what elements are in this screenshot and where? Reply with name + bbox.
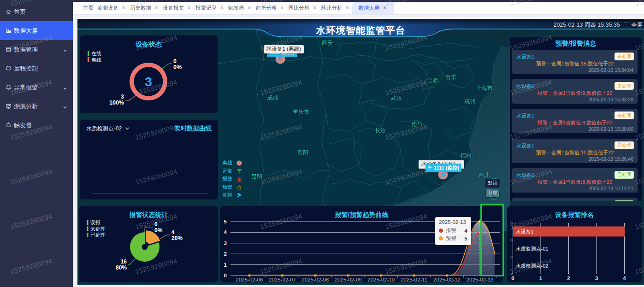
tab-报警记录[interactable]: 报警记录× [194, 2, 226, 14]
tooltip-row: 报警4 [439, 227, 467, 234]
station-select[interactable]: 水质检测点-02 [86, 125, 130, 133]
tab-close-icon[interactable]: × [186, 6, 192, 11]
tab-环比分析[interactable]: 环比分析× [319, 2, 352, 14]
y-axis-label: 1 [224, 262, 227, 268]
sidebar-item-label: 远程控制 [14, 64, 38, 73]
message-item[interactable]: 水设备1已处理 [512, 198, 638, 201]
fullscreen-label: 全屏 [631, 21, 643, 29]
map-city-上海市: 上海市 [476, 84, 493, 92]
map-city-南昌: 南昌 [412, 120, 423, 128]
message-text: 报警：金属1当前值:8,数值低于20 [512, 119, 638, 126]
tab-label: 数据大屏 [359, 5, 380, 12]
sidebar-item-label: 触发器 [14, 121, 32, 129]
x-axis-label: 0 [511, 275, 514, 281]
map-mode-default-button[interactable]: 默认 [486, 179, 499, 187]
tooltip-row: 预警5 [439, 234, 467, 242]
tab-close-icon[interactable]: × [219, 6, 225, 11]
alarm-status-pie-chart[interactable]: 误报未处理已处理00%420%1680% [79, 219, 218, 282]
tab-监测设备[interactable]: 监测设备× [95, 2, 128, 14]
leader-line-handled [128, 258, 136, 265]
message-item[interactable]: 水设备1已处理报警：金属1当前值:8,数值低于202025-02-13 15:1… [512, 168, 638, 193]
legend-swatch [87, 227, 89, 231]
data-point [314, 275, 316, 277]
tab-close-icon[interactable]: × [121, 6, 126, 11]
tab-close-icon[interactable]: × [279, 6, 285, 11]
tooltip-date: 2025-02-13 [439, 219, 467, 225]
map-mode-satellite-button[interactable]: 卫星 [486, 189, 499, 197]
message-device: 水设备1 [516, 142, 534, 149]
bar-label: 水质监测点-01 [516, 246, 549, 252]
tab-数据大屏[interactable]: 数据大屏× [352, 2, 394, 14]
legend-swatch [88, 51, 89, 56]
tab-触发器[interactable]: 触发器× [226, 2, 254, 14]
chart-text: 20% [171, 235, 183, 241]
map-legend-item-离线: 离线 [222, 159, 242, 167]
fullscreen-button[interactable]: 全屏 [624, 21, 643, 29]
map-legend-item-报警: 报警 [222, 175, 242, 183]
monitor-icon [6, 103, 12, 109]
map-legend-item-预警: 预警 [222, 183, 242, 192]
panel-device-status: 设备状态 3在线离线00%3100% [80, 35, 218, 113]
legend-label: 在线 [91, 51, 101, 56]
home-icon [6, 9, 12, 15]
map-legend-label: 离线 [222, 159, 233, 166]
chart-text: 0% [173, 64, 182, 70]
message-text: 预警：金属1当前值:10,数值低于22 [512, 149, 638, 156]
tab-同比分析[interactable]: 同比分析× [287, 2, 319, 14]
tab-历史数据[interactable]: 历史数据× [128, 2, 161, 14]
message-item[interactable]: 水设备1未处理预警：金属1当前值:10,数值低于222025-02-13 15:… [512, 139, 638, 163]
tab-close-icon[interactable]: × [382, 6, 388, 11]
siren-yellow-icon [236, 184, 242, 190]
map-city-重庆市: 重庆市 [293, 108, 309, 116]
x-axis-label: 2 [567, 275, 570, 281]
tab-首页[interactable]: 首页 [81, 2, 95, 14]
legend-swatch [87, 233, 89, 237]
device-ranking-bar-chart[interactable]: 01234水设备1水质监测点-01水质检测点-02 [507, 219, 642, 282]
sidebar-item-远程控制[interactable]: 远程控制 [0, 59, 73, 78]
map-city-杭州: 杭州 [465, 98, 476, 105]
sidebar-item-触发器[interactable]: 触发器 [0, 116, 73, 135]
y-axis-label: 0 [224, 273, 227, 278]
device-status-donut-chart[interactable]: 3在线离线00%3100% [80, 49, 218, 113]
sidebar-item-数据管理[interactable]: 数据管理 [0, 40, 73, 59]
chart-text: 100% [109, 100, 124, 106]
tooltip-series-name: 预警 [446, 235, 456, 242]
message-item[interactable]: 水设备1未处理报警：金属1当前值:9,数值低于202025-02-13 15:3… [512, 79, 638, 104]
tab-设备报文[interactable]: 设备报文× [161, 2, 194, 14]
database-icon [6, 47, 12, 53]
bar-label: 水设备1 [516, 229, 534, 234]
sidebar-item-首页[interactable]: 首页 [0, 2, 73, 21]
map-legend-label: 预警 [222, 184, 233, 191]
map-legend-label: 报警 [222, 176, 233, 182]
legend-swatch [87, 220, 89, 225]
tab-label: 监测设备 [97, 5, 118, 12]
tab-趋势分析[interactable]: 趋势分析× [254, 2, 287, 14]
panel-title: 预警/报警消息 [510, 37, 642, 48]
tooltip-series-value: 4 [465, 228, 467, 234]
trigger-icon [6, 122, 12, 128]
map-city-成都: 成都 [267, 94, 278, 102]
sidebar-item-数据大屏[interactable]: 数据大屏 [0, 21, 73, 40]
tab-close-icon[interactable]: × [345, 6, 350, 11]
tab-close-icon[interactable]: × [247, 6, 252, 11]
tab-close-icon[interactable]: × [312, 6, 318, 11]
map-city-长沙: 长沙 [375, 127, 386, 135]
message-item[interactable]: 水设备1未处理预警：金属1当前值:15,数值低于222025-02-13 15:… [512, 50, 638, 74]
dashboard-datetime: 2025-02-13 周四 15:35:35 [553, 21, 620, 29]
legend-swatch [88, 57, 89, 62]
message-item[interactable]: 水设备1未处理报警：金属1当前值:8,数值低于202025-02-13 15:2… [512, 109, 638, 133]
message-status-badge: 已处理 [614, 171, 634, 179]
message-time: 2025-02-13 15:28:00 [589, 126, 634, 132]
map-legend-item-监控: 监控 [222, 191, 242, 199]
data-point [380, 275, 382, 277]
sidebar-item-溯源分析[interactable]: 溯源分析 [0, 97, 73, 116]
x-axis-label: 2025-02-07 [269, 277, 296, 282]
chevron-down-icon [63, 104, 67, 109]
tab-label: 趋势分析 [256, 5, 277, 12]
cloud-icon [6, 65, 12, 71]
legend-label: 已处理 [90, 232, 106, 238]
tab-close-icon[interactable]: × [154, 6, 159, 11]
sidebar-item-异常报警[interactable]: 异常报警 [0, 78, 73, 97]
y-axis-label: 2 [224, 251, 227, 257]
map-marker-tooltip: 水设备1 (离线) [264, 45, 304, 53]
